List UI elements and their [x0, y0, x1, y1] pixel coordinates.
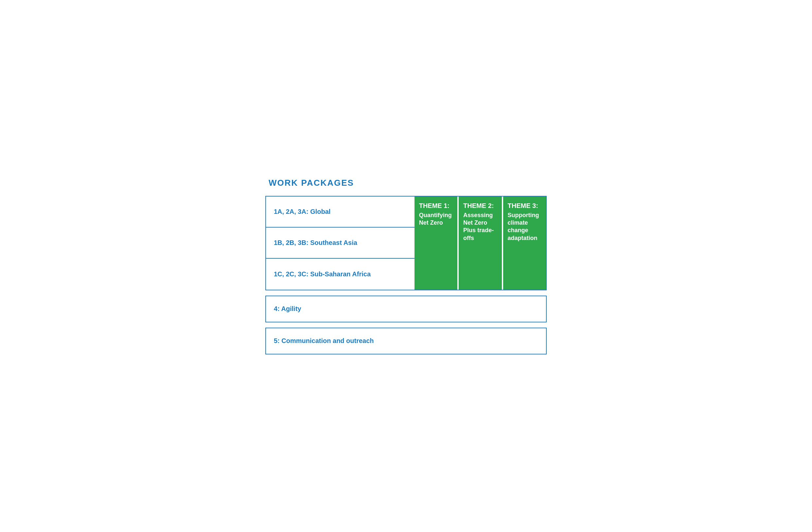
- communication-row: 5: Communication and outreach: [265, 328, 547, 354]
- regions-themes-block: 1A, 2A, 3A: Global 1B, 2B, 3B: Southeast…: [265, 196, 547, 290]
- theme2-subtitle: Assessing Net Zero Plus trade-offs: [463, 211, 497, 242]
- region-southeast-asia: 1B, 2B, 3B: Southeast Asia: [266, 227, 415, 258]
- page-container: WORK PACKAGES 1A, 2A, 3A: Global 1B, 2B,…: [259, 165, 553, 368]
- theme1-block: THEME 1: Quantifying Net Zero: [415, 196, 458, 290]
- region-global: 1A, 2A, 3A: Global: [266, 196, 415, 227]
- theme2-title: THEME 2:: [463, 202, 497, 210]
- theme3-title: THEME 3:: [508, 202, 541, 210]
- agility-row: 4: Agility: [265, 296, 547, 322]
- agility-label: 4: Agility: [274, 305, 301, 313]
- theme1-title: THEME 1:: [419, 202, 453, 210]
- region-global-label: 1A, 2A, 3A: Global: [274, 208, 330, 216]
- theme3-block: THEME 3: Supporting climate change adapt…: [503, 196, 546, 290]
- section-title: WORK PACKAGES: [265, 178, 547, 188]
- region-southeast-asia-label: 1B, 2B, 3B: Southeast Asia: [274, 239, 357, 247]
- communication-label: 5: Communication and outreach: [274, 337, 374, 345]
- region-sub-saharan: 1C, 2C, 3C: Sub-Saharan Africa: [266, 258, 415, 290]
- region-labels-col: 1A, 2A, 3A: Global 1B, 2B, 3B: Southeast…: [266, 196, 415, 290]
- main-grid: 1A, 2A, 3A: Global 1B, 2B, 3B: Southeast…: [265, 196, 547, 354]
- region-sub-saharan-label: 1C, 2C, 3C: Sub-Saharan Africa: [274, 270, 371, 278]
- theme2-block: THEME 2: Assessing Net Zero Plus trade-o…: [459, 196, 502, 290]
- themes-col: THEME 1: Quantifying Net Zero THEME 2: A…: [415, 196, 546, 290]
- theme1-subtitle: Quantifying Net Zero: [419, 211, 453, 227]
- theme3-subtitle: Supporting climate change adaptation: [508, 211, 541, 242]
- regions-body: 1A, 2A, 3A: Global 1B, 2B, 3B: Southeast…: [266, 196, 546, 290]
